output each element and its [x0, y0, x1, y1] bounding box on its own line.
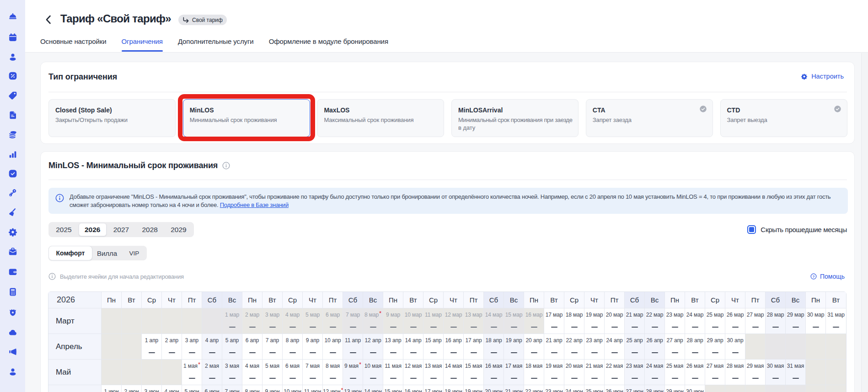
svg-text:?: ?: [812, 275, 814, 279]
